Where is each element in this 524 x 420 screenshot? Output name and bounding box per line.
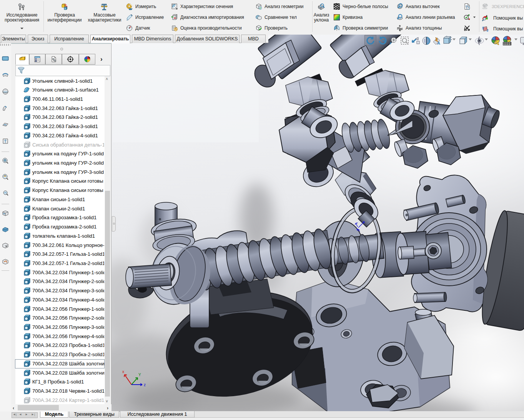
svg-text:?: ? <box>467 6 469 10</box>
svg-text:A: A <box>437 41 440 45</box>
svg-text:z: z <box>144 383 146 387</box>
svg-text:Y: Y <box>138 373 141 377</box>
svg-text:x: x <box>122 370 124 374</box>
